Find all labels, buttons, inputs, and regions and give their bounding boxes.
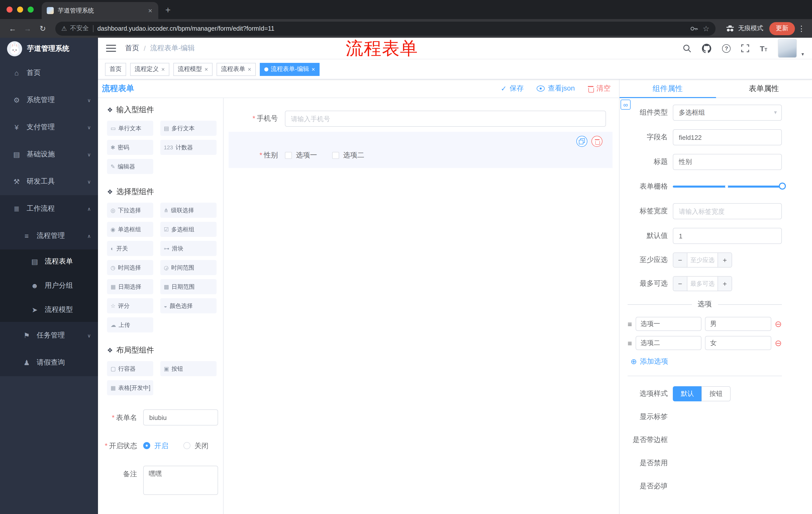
close-icon[interactable]: × — [161, 65, 165, 73]
key-icon[interactable] — [690, 24, 698, 32]
palette-item-date-picker[interactable]: ▦日期选择 — [107, 279, 153, 294]
component-type-select[interactable]: 多选框组 ▾ — [673, 105, 782, 121]
link-icon[interactable]: ∞ — [620, 100, 631, 110]
option2-value-input[interactable] — [705, 336, 771, 350]
tab-form-properties[interactable]: 表单属性 — [716, 79, 812, 98]
search-icon[interactable] — [683, 44, 692, 53]
palette-item-row-container[interactable]: ▢行容器 — [107, 361, 153, 376]
tag-process-definition[interactable]: 流程定义 × — [130, 63, 169, 76]
field-name-input[interactable] — [673, 129, 782, 145]
sidebar-item-home[interactable]: ⌂ 首页 — [0, 59, 98, 86]
window-minimize-button[interactable] — [17, 6, 23, 12]
new-tab-button[interactable]: + — [165, 5, 171, 16]
save-button[interactable]: ✓ 保存 — [501, 84, 524, 93]
palette-item-slider[interactable]: ⊶滑块 — [160, 241, 216, 256]
collapse-sidebar-icon[interactable] — [106, 45, 116, 52]
remove-option-icon[interactable]: ⊖ — [775, 339, 782, 347]
address-bar[interactable]: ⚠ 不安全 dashboard.yudao.iocoder.cn/bpm/man… — [55, 21, 716, 35]
phone-input[interactable] — [285, 111, 606, 127]
browser-tab[interactable]: 芋道管理系统 × — [42, 2, 158, 19]
option1-label-input[interactable] — [636, 317, 702, 331]
increase-button[interactable]: + — [718, 253, 732, 267]
label-width-input[interactable] — [673, 203, 782, 219]
close-icon[interactable]: × — [248, 65, 251, 73]
palette-item-multi-line-text[interactable]: ▤多行文本 — [160, 121, 216, 136]
tag-process-model[interactable]: 流程模型 × — [173, 63, 212, 76]
slider-handle[interactable] — [779, 183, 786, 190]
decrease-button[interactable]: − — [673, 277, 687, 291]
sidebar-item-infrastructure[interactable]: ▤ 基础设施 ∨ — [0, 141, 98, 168]
max-select-value[interactable]: 最多可选 — [687, 277, 718, 291]
min-select-value[interactable]: 至少应选 — [687, 253, 718, 267]
palette-item-button[interactable]: ▣按钮 — [160, 361, 216, 376]
view-json-button[interactable]: 查看json — [537, 84, 575, 93]
grid-slider[interactable] — [673, 179, 782, 195]
tag-process-form-edit[interactable]: 流程表单-编辑 × — [260, 63, 320, 76]
palette-item-color-picker[interactable]: ◒颜色选择 — [160, 298, 216, 313]
increase-button[interactable]: + — [718, 277, 732, 291]
sidebar-item-payment[interactable]: ¥ 支付管理 ∨ — [0, 114, 98, 141]
browser-update-button[interactable]: 更新 — [769, 22, 795, 35]
delete-component-button[interactable] — [591, 136, 603, 147]
window-zoom-button[interactable] — [28, 6, 34, 12]
palette-item-counter[interactable]: 123计数器 — [160, 140, 216, 155]
title-input[interactable] — [673, 154, 782, 170]
gender-option2-checkbox[interactable] — [332, 152, 339, 159]
status-on-radio[interactable] — [143, 442, 150, 449]
forward-icon[interactable]: → — [21, 24, 34, 33]
gender-option1-checkbox[interactable] — [285, 152, 292, 159]
remove-option-icon[interactable]: ⊖ — [775, 320, 782, 328]
back-icon[interactable]: ← — [6, 24, 19, 33]
style-button-button[interactable]: 按钮 — [701, 386, 731, 401]
option1-value-input[interactable] — [705, 317, 771, 331]
sidebar-item-leave-query[interactable]: ♟ 请假查询 — [0, 349, 98, 376]
window-close-button[interactable] — [6, 6, 12, 12]
tab-component-properties[interactable]: 组件属性 — [619, 79, 716, 98]
breadcrumb-home-link[interactable]: 首页 — [125, 44, 139, 53]
drag-handle-icon[interactable]: ≡ — [628, 339, 632, 347]
add-option-button[interactable]: ⊕ 添加选项 — [631, 357, 782, 366]
close-icon[interactable]: × — [204, 65, 208, 73]
form-name-input[interactable] — [143, 409, 218, 426]
palette-item-time-picker[interactable]: ◷时间选择 — [107, 260, 153, 275]
slider-track[interactable] — [673, 186, 782, 188]
status-off-radio[interactable] — [183, 442, 191, 449]
palette-item-checkbox-group[interactable]: ☑多选框组 — [160, 222, 216, 237]
font-size-icon[interactable]: TT — [760, 44, 767, 53]
fullscreen-icon[interactable] — [742, 44, 749, 52]
form-remark-textarea[interactable]: 嘿嘿 — [143, 466, 218, 495]
avatar[interactable] — [778, 39, 797, 58]
palette-item-editor[interactable]: ✎编辑器 — [107, 159, 153, 174]
sidebar-item-process-form[interactable]: ▤ 流程表单 — [0, 249, 98, 274]
reload-icon[interactable]: ↻ — [36, 24, 49, 33]
drag-handle-icon[interactable]: ≡ — [628, 320, 632, 328]
sidebar-item-workflow[interactable]: ≣ 工作流程 ∧ — [0, 195, 98, 222]
style-default-button[interactable]: 默认 — [673, 386, 701, 401]
palette-item-password[interactable]: ✱密码 — [107, 140, 153, 155]
github-icon[interactable] — [702, 44, 712, 53]
help-icon[interactable]: ? — [722, 44, 731, 53]
sidebar-item-process-model[interactable]: ➤ 流程模型 — [0, 298, 98, 322]
palette-item-table[interactable]: ▦表格[开发中] — [107, 380, 153, 395]
palette-item-dropdown[interactable]: ◎下拉选择 — [107, 203, 153, 218]
palette-item-upload[interactable]: ☁上传 — [107, 317, 153, 332]
tag-process-form[interactable]: 流程表单 × — [216, 63, 256, 76]
clear-button[interactable]: 清空 — [588, 84, 610, 93]
palette-item-radio-group[interactable]: ◉单选框组 — [107, 222, 153, 237]
palette-item-date-range[interactable]: ▩日期范围 — [160, 279, 216, 294]
gender-field-selected[interactable]: *性别 选项一 选项二 — [229, 132, 612, 168]
sidebar-item-dev-tools[interactable]: ⚒ 研发工具 ∨ — [0, 168, 98, 195]
tag-home[interactable]: 首页 — [105, 63, 126, 76]
palette-item-single-line-text[interactable]: ▭单行文本 — [107, 121, 153, 136]
option2-label-input[interactable] — [636, 336, 702, 350]
app-logo[interactable]: 芋道管理系统 — [0, 38, 98, 59]
phone-field[interactable]: *手机号 — [229, 111, 606, 127]
decrease-button[interactable]: − — [673, 253, 687, 267]
palette-item-time-range[interactable]: ◶时间范围 — [160, 260, 216, 275]
sidebar-item-system[interactable]: ⚙ 系统管理 ∨ — [0, 86, 98, 114]
palette-item-cascader[interactable]: ⋔级联选择 — [160, 203, 216, 218]
close-icon[interactable]: × — [312, 65, 315, 73]
bookmark-star-icon[interactable]: ☆ — [703, 24, 709, 33]
sidebar-item-process-management[interactable]: ≡ 流程管理 ∧ — [0, 222, 98, 249]
sidebar-item-task-management[interactable]: ⚑ 任务管理 ∨ — [0, 322, 98, 349]
